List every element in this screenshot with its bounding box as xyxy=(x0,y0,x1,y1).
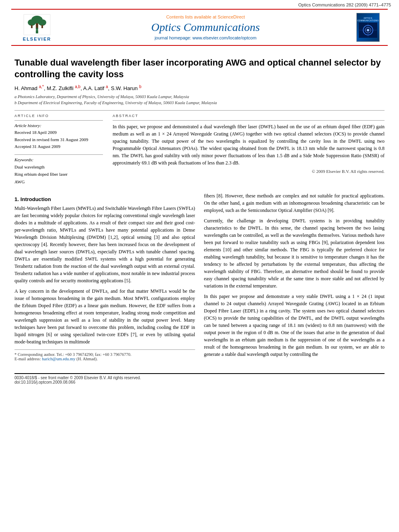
body-left-column: 1. Introduction Multi-Wavelength Fiber L… xyxy=(14,192,195,361)
svg-point-7 xyxy=(36,28,38,30)
intro-paragraph-1: Multi-Wavelength Fiber Lasers (MWFLs) an… xyxy=(14,205,195,284)
keywords-section: Keywords: Dual wavelength Ring erbium do… xyxy=(14,154,103,186)
footer-line-1: 0030-4018/$ - see front matter © 2009 El… xyxy=(14,376,385,380)
keyword-2: Ring erbium doped fiber laser xyxy=(14,170,103,178)
abstract-text: In this paper, we propose and demonstrat… xyxy=(113,123,385,166)
svg-point-3 xyxy=(38,19,46,26)
affiliation-a: a Photonics Laboratory, Department of Ph… xyxy=(14,94,385,100)
homepage-url[interactable]: www.elsevier.com/locate/optcom xyxy=(193,35,257,40)
article-info-column: ARTICLE INFO Article history: Received 1… xyxy=(14,114,103,186)
header-divider xyxy=(14,110,385,111)
section-number: 1. xyxy=(14,196,19,202)
journal-center: Contents lists available at ScienceDirec… xyxy=(57,14,354,40)
article-info-abstract-section: ARTICLE INFO Article history: Received 1… xyxy=(14,114,385,186)
intro-paragraph-4: Currently, the challenge in developing D… xyxy=(204,217,385,290)
abstract-header: ABSTRACT xyxy=(113,114,385,118)
svg-point-2 xyxy=(28,19,36,26)
email-line: E-mail address: harich@um.edu.my (H. Ahm… xyxy=(14,357,195,361)
keywords-label: Keywords: xyxy=(14,157,103,162)
author-text: H. Ahmad a,*, M.Z. Zulkifli a,b, A.A. La… xyxy=(14,85,141,91)
svg-rect-5 xyxy=(31,25,33,28)
authors-line: H. Ahmad a,*, M.Z. Zulkifli a,b, A.A. La… xyxy=(14,84,385,91)
abstract-column: ABSTRACT In this paper, we propose and d… xyxy=(113,114,385,186)
footer-line-2: doi:10.1016/j.optcom.2009.08.066 xyxy=(14,380,385,384)
intro-paragraph-5: In this paper we propose and demonstrate… xyxy=(204,293,385,358)
intro-paragraph-2: A key concern in the development of DWFL… xyxy=(14,288,195,345)
elsevier-logo: ELSEVIER xyxy=(17,14,57,41)
corresponding-author: * Corresponding author. Tel.: +60 3 7967… xyxy=(14,352,195,357)
keywords-list: Dual wavelength Ring erbium doped fiber … xyxy=(14,163,103,186)
received-date: Received 18 April 2009 xyxy=(14,129,103,136)
email-address[interactable]: harich@um.edu.my xyxy=(42,357,75,361)
section-heading: 1. Introduction xyxy=(14,192,195,205)
sciencedirect-link-text[interactable]: ScienceDirect xyxy=(218,14,245,19)
the-word: the xyxy=(312,351,318,357)
citation-bar: Optics Communications 282 (2009) 4771–47… xyxy=(0,0,399,9)
intro-paragraph-3: fibers [8]. However, these methods are c… xyxy=(204,192,385,214)
svg-rect-8 xyxy=(36,30,38,33)
citation-text: Optics Communications 282 (2009) 4771–47… xyxy=(298,2,391,7)
journal-cover-image: OPTICS COMMUNICATIONS xyxy=(354,13,382,42)
article-info-box: Article history: Received 18 April 2009 … xyxy=(14,120,103,150)
page-wrapper: Optics Communications 282 (2009) 4771–47… xyxy=(0,0,399,532)
journal-title: Optics Communications xyxy=(57,21,354,34)
accepted-date: Accepted 31 August 2009 xyxy=(14,143,103,150)
abstract-box: In this paper, we propose and demonstrat… xyxy=(113,120,385,174)
body-section: 1. Introduction Multi-Wavelength Fiber L… xyxy=(14,192,385,361)
article-info-header: ARTICLE INFO xyxy=(14,114,103,118)
body-right-column: fibers [8]. However, these methods are c… xyxy=(204,192,385,361)
received-revised-date: Received in revised form 31 August 2009 xyxy=(14,136,103,144)
copyright-line: © 2009 Elsevier B.V. All rights reserved… xyxy=(113,169,385,174)
elsevier-tree-icon xyxy=(23,14,51,36)
main-content: Tunable dual wavelength fiber laser inco… xyxy=(0,46,399,369)
contents-label: Contents lists available at ScienceDirec… xyxy=(57,14,354,19)
journal-homepage: journal homepage: www.elsevier.com/locat… xyxy=(57,35,354,40)
journal-header: ELSEVIER Contents lists available at Sci… xyxy=(11,9,388,46)
cover-title-text: OPTICS COMMUNICATIONS xyxy=(357,17,379,38)
affiliations: a Photonics Laboratory, Department of Ph… xyxy=(14,94,385,107)
keyword-1: Dual wavelength xyxy=(14,163,103,171)
affiliation-b: b Department of Electrical Engineering, … xyxy=(14,100,385,106)
elsevier-wordmark: ELSEVIER xyxy=(23,37,51,41)
section-title-text: Introduction xyxy=(21,196,51,202)
footnote-section: * Corresponding author. Tel.: +60 3 7967… xyxy=(14,349,195,361)
paper-title: Tunable dual wavelength fiber laser inco… xyxy=(14,57,385,80)
footer-bar: 0030-4018/$ - see front matter © 2009 El… xyxy=(14,373,385,384)
svg-rect-6 xyxy=(41,25,43,28)
cover-thumbnail: OPTICS COMMUNICATIONS xyxy=(356,13,380,42)
keyword-3: AWG xyxy=(14,178,103,186)
article-dates: Received 18 April 2009 Received in revis… xyxy=(14,129,103,150)
article-history-label: Article history: xyxy=(14,123,103,128)
